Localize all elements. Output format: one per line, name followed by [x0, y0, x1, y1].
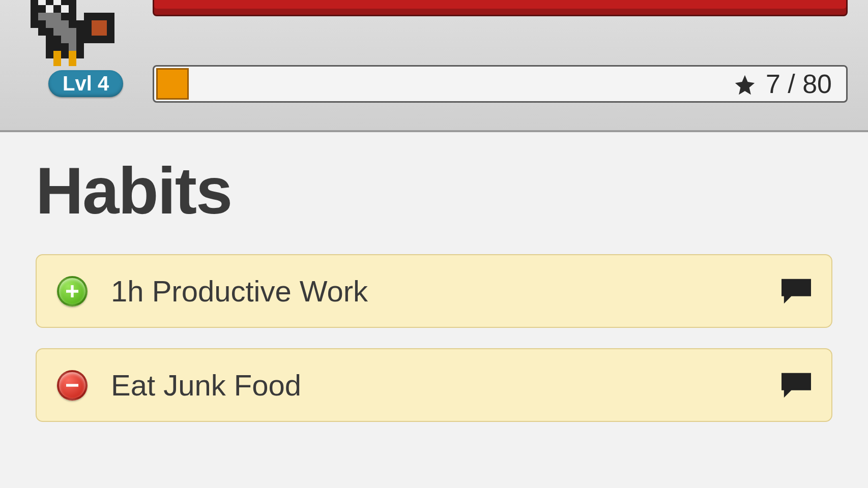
plus-icon: [64, 283, 80, 299]
habit-action-button[interactable]: [57, 276, 88, 307]
xp-text: 7 / 80: [766, 69, 832, 99]
chat-icon[interactable]: [782, 373, 811, 398]
main-panel: Habits 1h Productive Work Eat Junk Food: [0, 132, 868, 422]
avatar-pixel-icon: [23, 0, 130, 66]
minus-icon: [64, 377, 80, 393]
section-title: Habits: [36, 152, 832, 229]
avatar-box: Lvl 4: [10, 0, 142, 112]
habit-row[interactable]: Eat Junk Food: [36, 348, 832, 422]
level-badge: Lvl 4: [48, 70, 123, 97]
health-bar: [153, 0, 848, 16]
habit-action-button[interactable]: [57, 370, 88, 401]
xp-bar: 7 / 80: [153, 65, 848, 103]
header-stats: Lvl 4 7 / 80: [0, 0, 868, 132]
svg-rect-0: [66, 384, 78, 386]
habit-label: Eat Junk Food: [111, 368, 782, 402]
star-icon: [733, 72, 757, 96]
habit-row[interactable]: 1h Productive Work: [36, 254, 832, 328]
chat-icon[interactable]: [782, 279, 811, 304]
habit-label: 1h Productive Work: [111, 274, 782, 308]
xp-bar-fill: [156, 68, 189, 100]
xp-value-label: 7 / 80: [733, 69, 832, 99]
